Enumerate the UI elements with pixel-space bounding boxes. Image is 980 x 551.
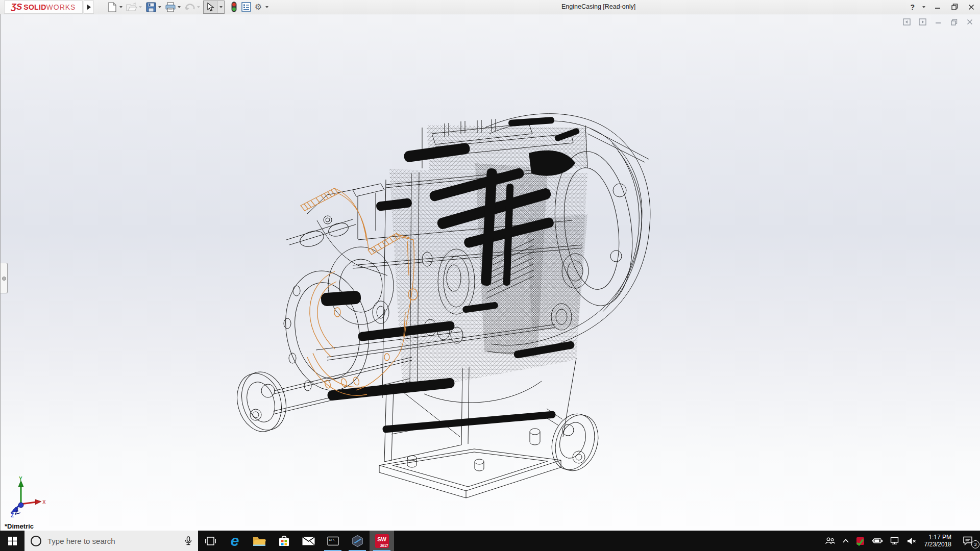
view-orientation-label: *Dimetric [5,522,34,530]
task-view-icon [205,537,216,545]
select-tool-dropdown[interactable] [217,1,224,13]
print-dropdown[interactable] [178,6,181,8]
document-close-button[interactable] [965,18,974,26]
3d-viewer-icon [351,535,364,547]
solidworks-logo-mark-icon: ƷS [11,2,22,12]
document-restore-button[interactable] [949,18,959,26]
volume-muted-icon [907,537,917,545]
help-dropdown[interactable] [922,6,925,8]
pane-next-button[interactable] [918,18,927,26]
brand-text-solid: SOLID [23,3,46,11]
save-dropdown[interactable] [158,6,161,8]
select-tool-group [203,1,225,14]
close-button[interactable] [967,3,976,12]
graphics-area[interactable]: Y X Z *Dimetric [0,14,980,531]
file-properties-icon [241,2,251,12]
solidworks-logo: ƷS SOLIDWORKS [4,1,83,14]
collapse-tab-dot-icon [2,277,6,281]
rebuild-button[interactable] [228,1,240,13]
taskbar-item-mail[interactable] [296,531,321,551]
taskbar-item-store[interactable] [272,531,296,551]
taskbar-item-solidworks[interactable]: SW 2017 [370,531,394,551]
triad-z-label: Z [11,513,14,517]
engine-casing-wireframe-model[interactable] [1,14,980,531]
help-icon: ? [910,3,915,11]
taskbar-item-3d-viewer[interactable] [345,531,370,551]
solidworks-app-icon: SW 2017 [375,534,389,548]
select-cursor-icon [207,3,214,12]
restore-button[interactable] [950,3,959,12]
print-button[interactable] [164,1,177,13]
pane-previous-icon [903,18,911,26]
pane-previous-button[interactable] [902,18,911,26]
solidworks-tray-icon [856,537,864,545]
check-icon [855,538,865,546]
triad-y-label: Y [19,477,22,482]
microphone-icon[interactable] [184,536,193,545]
store-icon [278,535,290,547]
close-icon [968,4,974,10]
system-tray: 1:17 PM 7/23/2018 3 [822,531,980,551]
show-hidden-icons-button[interactable] [839,531,853,551]
minimize-button[interactable] [933,3,942,12]
undo-icon [184,3,195,12]
traffic-light-icon [231,2,237,12]
open-button[interactable] [126,1,138,13]
cmd-prompt-text: C:\_ [329,538,336,542]
solidworks-tray-button[interactable] [853,531,868,551]
chevron-up-icon [842,538,849,543]
orientation-triad: Y X Z [7,477,46,517]
document-restore-icon [951,19,958,26]
battery-charging-icon [871,537,883,544]
battery-button[interactable] [868,531,887,551]
action-center-button[interactable]: 3 [955,531,980,551]
undo-button[interactable] [184,1,196,13]
select-tool-button[interactable] [204,1,217,13]
windows-start-icon [8,537,17,545]
taskbar-clock[interactable]: 1:17 PM 7/23/2018 [920,534,955,548]
menu-expand-button[interactable] [84,1,94,14]
document-title: EngineCasing [Read-only] [561,0,635,14]
restore-icon [951,4,958,10]
pane-next-icon [919,18,926,26]
task-view-button[interactable] [198,531,223,551]
save-button[interactable] [145,1,157,13]
document-close-icon [967,19,973,25]
windows-taskbar: e [0,531,980,551]
open-dropdown[interactable] [139,6,142,8]
new-document-dropdown[interactable] [119,6,122,8]
taskbar-search[interactable] [24,531,198,551]
wireframe-mesh-right [526,214,587,332]
options-dropdown[interactable] [265,6,268,8]
gear-icon: ⚙ [255,3,262,11]
clock-time: 1:17 PM [928,534,951,541]
clock-date: 7/23/2018 [924,541,951,548]
feature-panel-collapse-tab[interactable] [1,263,8,293]
options-button[interactable]: ⚙ [252,1,264,13]
start-button[interactable] [0,531,24,551]
people-icon [825,537,835,545]
taskbar-item-command-prompt[interactable]: C:\_ [321,531,345,551]
taskbar-item-edge[interactable]: e [223,531,247,551]
cortana-icon [31,536,41,546]
taskbar-item-file-explorer[interactable] [247,531,272,551]
file-properties-button[interactable] [240,1,252,13]
search-input[interactable] [46,536,184,546]
document-minimize-icon [935,19,941,25]
expand-arrow-icon [87,5,91,10]
command-prompt-icon: C:\_ [327,536,339,546]
select-dropdown-caret-icon [219,6,223,8]
brand-text-works: WORKS [46,3,76,11]
mail-icon [302,537,315,545]
document-window-controls [902,18,974,26]
volume-button[interactable] [903,531,920,551]
network-button[interactable] [887,531,903,551]
solidworks-window: ƷS SOLIDWORKS [0,0,980,551]
undo-dropdown[interactable] [197,6,200,8]
quick-access-toolbar: ⚙ [106,0,272,14]
new-document-icon [108,2,117,12]
document-minimize-button[interactable] [934,18,943,26]
people-button[interactable] [822,531,839,551]
help-button[interactable]: ? [910,3,915,12]
new-document-button[interactable] [106,1,118,13]
